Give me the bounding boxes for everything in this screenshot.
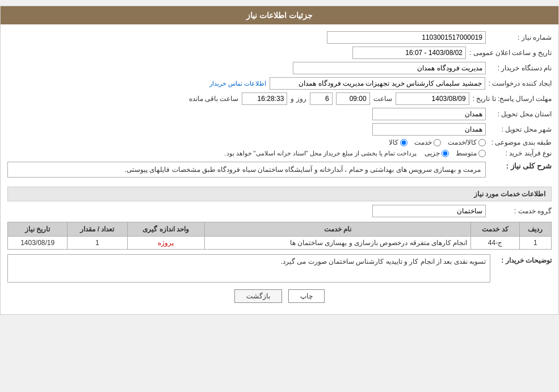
cell-service-code: ج-44	[471, 237, 520, 250]
col-service-code: کد خدمت	[471, 222, 520, 237]
category-radio-service[interactable]	[434, 139, 441, 146]
services-section: اطلاعات خدمات مورد نیاز گروه خدمت : ردیف…	[7, 187, 552, 283]
category-radio-group: کالا/خدمت خدمت کالا	[389, 138, 486, 146]
contact-link[interactable]: اطلاعات تماس خریدار	[209, 80, 266, 87]
buttons-row: چاپ بازگشت	[7, 289, 552, 303]
category-label-service: خدمت	[414, 138, 432, 146]
created-by-row: ایجاد کننده درخواست : اطلاعات تماس خریدا…	[7, 77, 552, 90]
category-radio-goods[interactable]	[400, 139, 407, 146]
publish-date-input	[352, 47, 466, 59]
province-input	[372, 108, 486, 120]
cell-row-num: 1	[519, 237, 551, 250]
purchase-type-radio-group: متوسط جزیی	[424, 149, 486, 157]
purchase-type-note: پرداخت تمام یا بخشی از مبلغ خریداز محل "…	[224, 150, 417, 157]
city-label: شهر محل تحویل :	[489, 125, 552, 133]
publish-date-label: تاریخ و ساعت اعلان عمومی :	[469, 49, 552, 57]
cell-qty: 1	[68, 237, 127, 250]
unit-link[interactable]: پروژه	[158, 239, 174, 247]
remaining-label: ساعت باقی مانده	[189, 95, 239, 103]
city-input	[372, 123, 486, 136]
service-group-input	[372, 205, 486, 217]
back-button[interactable]: بازگشت	[234, 289, 282, 303]
col-date: تاریخ نیاز	[8, 222, 68, 237]
cell-date: 1403/08/19	[8, 237, 68, 250]
request-number-label: شماره نیاز :	[489, 33, 552, 41]
remaining-time-input	[242, 92, 287, 105]
buyer-notes-section: توضیحات خریدار : تسویه نقدی بعد از انجام…	[7, 254, 552, 283]
table-row: 1 ج-44 انجام کارهای متفرقه درخصوص بازساز…	[8, 237, 552, 250]
buyer-notes-value: تسویه نقدی بعد از انجام کار و تاییدیه کا…	[281, 258, 486, 265]
category-option-goods: کالا	[389, 138, 407, 146]
city-row: شهر محل تحویل :	[7, 123, 552, 136]
deadline-time-label: ساعت	[373, 95, 392, 103]
purchase-type-label-medium: متوسط	[456, 149, 477, 157]
created-by-label: ایجاد کننده درخواست :	[489, 79, 552, 87]
services-table-header-row: ردیف کد خدمت نام خدمت واحد اندازه گیری ت…	[8, 222, 552, 237]
description-box: مرمت و بهسازی سرویس های بهداشتی و حمام ،…	[7, 162, 486, 178]
request-number-input	[327, 31, 486, 44]
buyer-org-row: نام دستگاه خریدار :	[7, 62, 552, 74]
print-button[interactable]: چاپ	[288, 289, 325, 303]
purchase-type-option-medium: متوسط	[456, 149, 486, 157]
col-row-num: ردیف	[519, 222, 551, 237]
page-title: جزئیات اطلاعات نیاز	[246, 11, 313, 20]
province-row: استان محل تحویل :	[7, 108, 552, 120]
category-option-goods-service: کالا/خدمت	[448, 138, 486, 146]
page-wrapper: جزئیات اطلاعات نیاز شماره نیاز : تاریخ و…	[0, 6, 559, 315]
services-table: ردیف کد خدمت نام خدمت واحد اندازه گیری ت…	[7, 222, 552, 250]
category-row: طبقه بندی موضوعی : کالا/خدمت خدمت کالا	[7, 138, 552, 146]
category-label-goods-service: کالا/خدمت	[448, 138, 477, 146]
days-value-input	[310, 92, 333, 105]
buyer-notes-text: تسویه نقدی بعد از انجام کار و تاییدیه کا…	[7, 254, 490, 283]
description-value: مرمت و بهسازی سرویس های بهداشتی و حمام ،…	[125, 166, 481, 174]
service-group-label: گروه خدمت :	[489, 207, 552, 215]
col-qty: تعداد / مقدار	[68, 222, 127, 237]
deadline-time-input	[336, 92, 370, 105]
services-section-header: اطلاعات خدمات مورد نیاز	[7, 187, 552, 201]
category-option-service: خدمت	[414, 138, 441, 146]
buyer-org-input	[293, 62, 486, 74]
purchase-type-radio-medium[interactable]	[478, 150, 486, 157]
category-label-goods: کالا	[389, 138, 398, 146]
cell-service-name: انجام کارهای متفرقه درخصوص بازسازی و بهس…	[204, 237, 470, 250]
category-label: طبقه بندی موضوعی :	[489, 138, 552, 146]
buyer-notes-label: توضیحات خریدار :	[495, 254, 552, 264]
description-row: شرح کلی نیاز : مرمت و بهسازی سرویس های ب…	[7, 162, 552, 181]
request-number-row: شماره نیاز :	[7, 31, 552, 44]
publish-date-row: تاریخ و ساعت اعلان عمومی :	[7, 47, 552, 59]
description-label: شرح کلی نیاز :	[489, 162, 552, 170]
days-label: روز و	[291, 95, 306, 103]
created-by-input	[270, 77, 485, 90]
content-area: شماره نیاز : تاریخ و ساعت اعلان عمومی : …	[1, 24, 558, 314]
purchase-type-option-minor: جزیی	[424, 149, 449, 157]
col-service-name: نام خدمت	[204, 222, 470, 237]
deadline-date-input	[396, 92, 469, 105]
province-label: استان محل تحویل :	[489, 110, 552, 118]
deadline-label: مهلت ارسال پاسخ: تا تاریخ :	[473, 95, 552, 103]
purchase-type-label: نوع فرآیند خرید :	[489, 149, 552, 157]
service-group-row: گروه خدمت :	[7, 205, 552, 217]
description-section: شرح کلی نیاز : مرمت و بهسازی سرویس های ب…	[7, 162, 552, 181]
col-unit: واحد اندازه گیری	[127, 222, 204, 237]
buyer-org-label: نام دستگاه خریدار :	[489, 64, 552, 72]
deadline-row: مهلت ارسال پاسخ: تا تاریخ : ساعت روز و س…	[7, 92, 552, 105]
services-section-label: اطلاعات خدمات مورد نیاز	[474, 190, 545, 198]
cell-unit: پروژه	[127, 237, 204, 250]
category-radio-goods-service[interactable]	[478, 139, 486, 146]
purchase-type-row: نوع فرآیند خرید : متوسط جزیی پرداخت تمام…	[7, 149, 552, 157]
purchase-type-radio-minor[interactable]	[442, 150, 449, 157]
purchase-type-label-minor: جزیی	[424, 149, 440, 157]
page-header: جزئیات اطلاعات نیاز	[1, 6, 558, 24]
